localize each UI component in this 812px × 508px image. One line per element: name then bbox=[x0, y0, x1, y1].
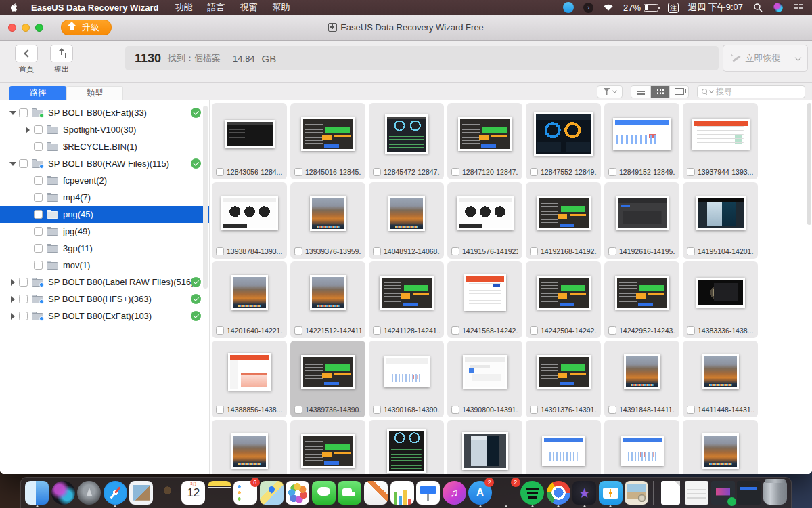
tree-expander-icon[interactable] bbox=[24, 127, 31, 133]
file-thumbnail[interactable] bbox=[387, 429, 426, 473]
file-card[interactable]: 13937944-1393... bbox=[683, 103, 758, 179]
tree-row[interactable]: 3gp(11) bbox=[0, 240, 209, 257]
file-thumbnail[interactable] bbox=[388, 196, 425, 231]
wifi-icon[interactable] bbox=[603, 2, 614, 13]
file-checkbox[interactable] bbox=[530, 168, 538, 176]
file-thumbnail[interactable] bbox=[310, 196, 346, 231]
dock-item-itunes[interactable]: ♫ bbox=[442, 480, 466, 507]
file-card[interactable]: 14201640-14221... bbox=[212, 261, 287, 338]
file-card[interactable]: 14221512-142411... bbox=[290, 261, 365, 338]
file-checkbox[interactable] bbox=[216, 326, 224, 335]
dock-item-easeus[interactable] bbox=[598, 480, 623, 507]
dock-item-calendar[interactable]: 3月12 bbox=[181, 480, 206, 507]
close-button[interactable] bbox=[8, 24, 16, 32]
file-thumbnail[interactable] bbox=[537, 276, 591, 310]
input-method-badge[interactable]: 注 bbox=[668, 3, 679, 13]
file-thumbnail[interactable] bbox=[301, 434, 355, 468]
file-thumbnail[interactable] bbox=[301, 355, 355, 389]
search-input[interactable]: 搜尋 bbox=[697, 85, 805, 98]
file-thumbnail[interactable] bbox=[692, 119, 750, 150]
file-card[interactable]: 14389736-14390... bbox=[290, 341, 365, 417]
dock-item-contacts[interactable] bbox=[156, 480, 180, 507]
menu-item-help[interactable]: 幫助 bbox=[272, 1, 290, 14]
dock-item-minwin2[interactable] bbox=[710, 480, 735, 507]
tree-checkbox[interactable] bbox=[34, 142, 43, 151]
file-card[interactable]: 12845016-12845... bbox=[290, 103, 365, 179]
file-checkbox[interactable] bbox=[216, 168, 224, 176]
tree-checkbox[interactable] bbox=[34, 261, 43, 270]
file-card[interactable] bbox=[683, 420, 758, 474]
file-thumbnail[interactable] bbox=[231, 275, 268, 310]
file-checkbox[interactable] bbox=[687, 247, 695, 255]
file-checkbox[interactable] bbox=[373, 406, 381, 414]
file-checkbox[interactable] bbox=[451, 406, 459, 414]
file-thumbnail[interactable] bbox=[301, 117, 355, 151]
upgrade-button[interactable]: 升級 bbox=[61, 20, 112, 35]
file-card[interactable]: 14242504-14242... bbox=[526, 261, 601, 338]
file-checkbox[interactable] bbox=[451, 168, 459, 176]
menu-item-window[interactable]: 視窗 bbox=[240, 1, 257, 14]
file-thumbnail[interactable] bbox=[537, 196, 591, 230]
grid-view-button[interactable] bbox=[650, 86, 669, 98]
file-checkbox[interactable] bbox=[608, 168, 616, 176]
content-scrollbar[interactable] bbox=[807, 103, 811, 225]
tree-checkbox[interactable] bbox=[19, 108, 28, 117]
dock-item-imageviewer[interactable] bbox=[625, 480, 649, 507]
tree-row[interactable]: SP BOLT B80(ExFat)(33) bbox=[0, 104, 209, 121]
filter-button[interactable] bbox=[597, 85, 623, 98]
recover-dropdown-button[interactable] bbox=[788, 45, 808, 72]
notification-center-icon[interactable] bbox=[793, 2, 804, 13]
file-thumbnail[interactable] bbox=[462, 432, 508, 470]
file-thumbnail[interactable] bbox=[228, 353, 271, 391]
file-thumbnail[interactable] bbox=[221, 196, 278, 230]
dock-item-notes[interactable] bbox=[208, 480, 232, 507]
file-thumbnail[interactable] bbox=[702, 433, 739, 469]
file-checkbox[interactable] bbox=[530, 247, 538, 255]
recover-now-button[interactable]: 立即恢復 bbox=[723, 45, 788, 72]
file-card[interactable]: 14411448-14431... bbox=[683, 341, 758, 417]
file-card[interactable]: 14048912-14068... bbox=[369, 182, 444, 259]
dock-item-chrome[interactable] bbox=[546, 480, 570, 507]
tree-row[interactable]: $RECYCLE.BIN(1) bbox=[0, 138, 209, 155]
bartender-icon[interactable]: › bbox=[583, 3, 593, 13]
file-thumbnail[interactable] bbox=[702, 354, 739, 389]
tree-row[interactable]: SP BOLT B80(RAW Files)(115) bbox=[0, 155, 209, 172]
tree-row[interactable]: Spotlight-V100(30) bbox=[0, 121, 209, 138]
file-thumbnail[interactable] bbox=[613, 118, 671, 150]
dock-item-mail[interactable] bbox=[129, 480, 154, 507]
file-card[interactable]: 12843056-1284... bbox=[212, 103, 287, 179]
file-thumbnail[interactable] bbox=[624, 354, 660, 389]
file-card[interactable]: 14383336-1438... bbox=[683, 261, 758, 338]
file-card[interactable]: 14191576-141921... bbox=[447, 182, 522, 259]
dock-item-imovie[interactable]: ★ bbox=[572, 480, 597, 507]
file-checkbox[interactable] bbox=[451, 247, 459, 255]
easeus-menu-icon[interactable] bbox=[563, 2, 574, 13]
file-thumbnail[interactable] bbox=[464, 274, 506, 311]
tree-expander-icon[interactable] bbox=[9, 110, 16, 117]
file-card[interactable]: 14192616-14195... bbox=[604, 182, 679, 259]
file-thumbnail[interactable] bbox=[231, 433, 268, 469]
file-card[interactable] bbox=[604, 420, 679, 474]
file-checkbox[interactable] bbox=[608, 406, 616, 414]
zoom-button[interactable] bbox=[35, 24, 43, 32]
file-thumbnail[interactable] bbox=[621, 436, 664, 466]
dock-item-trash[interactable] bbox=[763, 480, 787, 507]
file-card[interactable]: 12847120-12847... bbox=[447, 103, 522, 179]
file-card[interactable] bbox=[212, 420, 287, 474]
file-thumbnail[interactable] bbox=[225, 120, 275, 148]
dock-item-minwin1[interactable] bbox=[685, 480, 709, 507]
dock-item-reminders[interactable]: 6 bbox=[233, 480, 258, 507]
tree-row[interactable]: SP BOLT B80(ExFat)(103) bbox=[0, 308, 209, 324]
file-checkbox[interactable] bbox=[294, 168, 302, 176]
list-view-button[interactable] bbox=[631, 86, 650, 98]
minimize-button[interactable] bbox=[22, 24, 30, 32]
file-thumbnail[interactable] bbox=[380, 276, 434, 310]
file-checkbox[interactable] bbox=[216, 406, 224, 414]
file-thumbnail[interactable] bbox=[463, 355, 508, 389]
dock-item-system-preferences[interactable]: 2 bbox=[494, 480, 518, 507]
apple-menu-icon[interactable] bbox=[9, 3, 19, 12]
dock-item-keynote[interactable] bbox=[416, 480, 441, 507]
dock-item-siri[interactable] bbox=[51, 480, 76, 507]
tree-row[interactable]: mov(1) bbox=[0, 257, 209, 274]
file-card[interactable] bbox=[290, 420, 365, 474]
